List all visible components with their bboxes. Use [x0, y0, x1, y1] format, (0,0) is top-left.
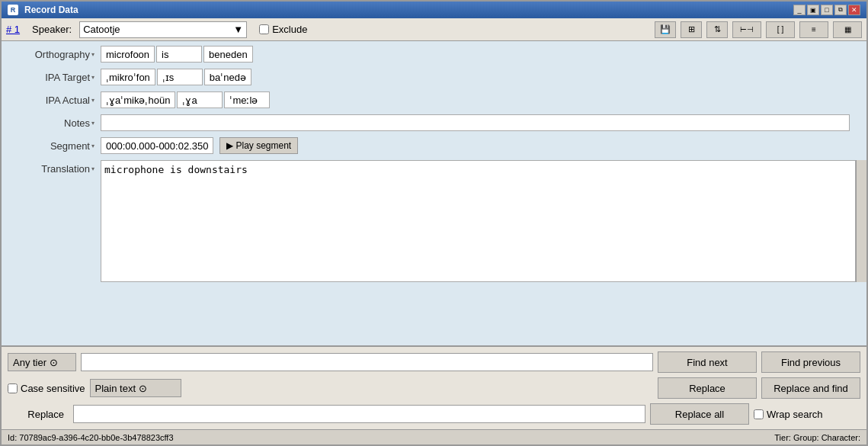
search-input[interactable] [81, 353, 653, 371]
find-previous-button[interactable]: Find previous [761, 351, 860, 373]
segment-content: 000:00.000-000:02.350 ▶ Play segment [101, 137, 866, 154]
export3-button[interactable]: ⊢⊣ [732, 21, 761, 38]
translation-content: microphone is downstairs [101, 160, 856, 282]
status-right: Tier: Group: Character: [774, 433, 860, 442]
ipa-actual-token-3[interactable]: ˈmeːlə [224, 91, 270, 108]
ipa-target-label: IPA Target ▾ [2, 69, 101, 83]
notes-input[interactable] [101, 114, 850, 131]
notes-row: Notes ▾ [2, 114, 866, 134]
notes-content [101, 114, 850, 131]
search-panel: Any tier ⊙ Find next Find previous Case … [2, 345, 866, 429]
ipa-target-row: IPA Target ▾ ˌmikroˈfon ˌɪs baˈnedə [2, 69, 866, 88]
orthography-row: Orthography ▾ microfoon is beneden [2, 46, 866, 66]
case-sensitive-label: Case sensitive [21, 383, 85, 394]
ipa-actual-row: IPA Actual ▾ ˌɣaˈmikəˌhoün ˌɣa ˈmeːlə [2, 91, 866, 111]
segment-row: Segment ▾ 000:00.000-000:02.350 ▶ Play s… [2, 137, 866, 157]
orthography-token-2[interactable]: is [156, 46, 202, 63]
translation-scrollbar[interactable] [856, 160, 866, 282]
ipa-target-token-2[interactable]: ˌɪs [157, 69, 203, 85]
ipa-actual-arrow[interactable]: ▾ [91, 97, 94, 104]
plain-text-arrow: ⊙ [139, 383, 147, 394]
ipa-actual-token-2[interactable]: ˌɣa [177, 91, 223, 108]
orthography-token-3[interactable]: beneden [203, 46, 253, 63]
replace-label: Replace [8, 409, 69, 420]
status-left: Id: 70789ac9-a396-4c20-bb0e-3b478823cff3 [8, 433, 174, 442]
tile-button[interactable]: ▣ [807, 5, 819, 15]
segment-arrow[interactable]: ▾ [91, 143, 94, 149]
window-controls: _ ▣ □ ⧉ ✕ [793, 5, 860, 15]
exclude-label: Exclude [272, 24, 307, 35]
toolbar: # 1 Speaker: Catootje ▼ Exclude 💾 ⊞ ⇅ ⊢⊣… [2, 18, 866, 41]
play-segment-button[interactable]: ▶ Play segment [219, 137, 298, 154]
plain-text-value: Plain text [95, 383, 136, 394]
export1-button[interactable]: ⊞ [681, 21, 702, 38]
play-icon: ▶ [226, 140, 233, 151]
orthography-token-1[interactable]: microfoon [101, 46, 155, 63]
orthography-label: Orthography ▾ [2, 46, 101, 60]
tier-select-arrow: ⊙ [50, 357, 58, 368]
replace-and-find-button[interactable]: Replace and find [761, 377, 860, 399]
case-sensitive-area: Case sensitive [8, 383, 85, 394]
search-row-1: Any tier ⊙ Find next Find previous [8, 351, 860, 373]
window-title: Record Data [24, 5, 787, 15]
record-number[interactable]: # 1 [6, 24, 20, 35]
ipa-target-content: ˌmikroˈfon ˌɪs baˈnedə [101, 69, 866, 85]
main-content: Orthography ▾ microfoon is beneden IPA T… [2, 41, 866, 444]
ipa-actual-token-1[interactable]: ˌɣaˈmikəˌhoün [101, 91, 175, 108]
replace-all-button[interactable]: Replace all [650, 403, 749, 425]
plain-text-select[interactable]: Plain text ⊙ [90, 379, 181, 397]
translation-row: Translation ▾ microphone is downstairs [2, 160, 866, 282]
maximize-button[interactable]: □ [821, 5, 833, 15]
search-row-2: Case sensitive Plain text ⊙ Replace Repl… [8, 377, 860, 399]
status-bar: Id: 70789ac9-a396-4c20-bb0e-3b478823cff3… [2, 429, 866, 444]
fields-area: Orthography ▾ microfoon is beneden IPA T… [2, 41, 866, 345]
replace-input[interactable] [73, 405, 645, 423]
orthography-content: microfoon is beneden [101, 46, 866, 63]
exclude-checkbox[interactable] [259, 24, 269, 34]
ipa-target-token-1[interactable]: ˌmikroˈfon [101, 69, 155, 85]
ipa-target-token-3[interactable]: baˈnedə [204, 69, 251, 85]
speaker-dropdown-arrow: ▼ [233, 24, 243, 35]
search-row-3: Replace Replace all Wrap search [8, 403, 860, 425]
notes-label: Notes ▾ [2, 114, 101, 129]
grid-button[interactable]: ▦ [833, 21, 862, 38]
speaker-value: Catootje [83, 24, 120, 35]
speaker-label: Speaker: [32, 24, 72, 35]
restore-button[interactable]: ⧉ [834, 5, 847, 15]
notes-arrow[interactable]: ▾ [91, 120, 94, 127]
orthography-arrow[interactable]: ▾ [91, 51, 94, 58]
window-icon: R [8, 5, 18, 15]
export2-button[interactable]: ⇅ [706, 21, 728, 38]
save-button[interactable]: 💾 [655, 21, 676, 38]
ipa-target-arrow[interactable]: ▾ [91, 74, 94, 81]
ipa-actual-content: ˌɣaˈmikəˌhoün ˌɣa ˈmeːlə [101, 91, 866, 108]
wrap-search-checkbox[interactable] [754, 409, 764, 419]
speaker-select[interactable]: Catootje ▼ [79, 21, 247, 38]
close-button[interactable]: ✕ [848, 5, 860, 15]
wrap-search-area: Wrap search [754, 409, 860, 420]
case-sensitive-checkbox[interactable] [8, 383, 18, 393]
translation-input[interactable]: microphone is downstairs [101, 160, 856, 282]
title-bar: R Record Data _ ▣ □ ⧉ ✕ [2, 2, 866, 18]
record-data-window: R Record Data _ ▣ □ ⧉ ✕ # 1 Speaker: Cat… [0, 0, 868, 446]
replace-button[interactable]: Replace [658, 377, 757, 399]
wrap-search-label: Wrap search [767, 409, 822, 420]
tier-select-label: Any tier [13, 357, 46, 368]
segment-value[interactable]: 000:00.000-000:02.350 [101, 137, 213, 154]
export4-button[interactable]: [ ] [766, 21, 795, 38]
minimize-button[interactable]: _ [793, 5, 806, 15]
translation-arrow[interactable]: ▾ [91, 165, 94, 172]
list-button[interactable]: ≡ [799, 21, 828, 38]
segment-label: Segment ▾ [2, 137, 101, 152]
exclude-area: Exclude [259, 24, 307, 35]
tier-select[interactable]: Any tier ⊙ [8, 353, 76, 371]
find-next-button[interactable]: Find next [658, 351, 757, 373]
translation-label: Translation ▾ [2, 160, 101, 175]
ipa-actual-label: IPA Actual ▾ [2, 91, 101, 106]
